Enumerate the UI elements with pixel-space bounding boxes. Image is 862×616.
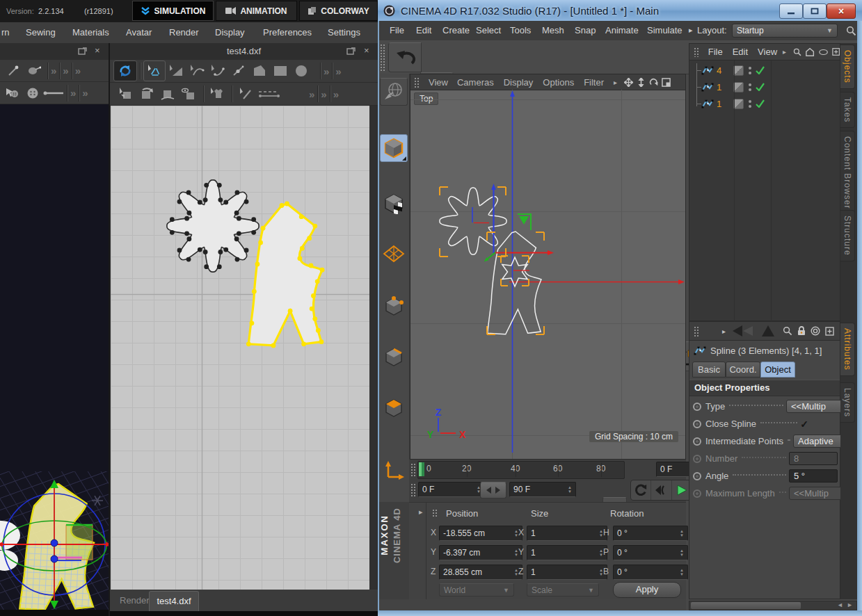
anim-dot-icon[interactable] bbox=[693, 420, 701, 428]
home-icon[interactable] bbox=[806, 47, 814, 57]
overflow-chevron-icon[interactable]: » bbox=[70, 87, 76, 99]
range-start-field[interactable]: 0 F▲▼ bbox=[418, 482, 485, 497]
size-z-field[interactable]: 1▲▼ bbox=[527, 565, 607, 580]
loop-button[interactable] bbox=[631, 480, 651, 500]
minimize-button[interactable] bbox=[779, 3, 803, 19]
viewport-menu-display[interactable]: Display bbox=[504, 77, 534, 88]
toolbar-grip[interactable] bbox=[379, 43, 385, 71]
c4d-titlebar[interactable]: CINEMA 4D R17.032 Studio (R17) - [Untitl… bbox=[378, 0, 862, 21]
viewport-menu-filter[interactable]: Filter bbox=[584, 77, 604, 88]
curve-point-tool-icon[interactable] bbox=[186, 61, 207, 81]
range-end-field[interactable]: 90 F▲▼ bbox=[509, 482, 576, 497]
overflow-chevron-icon[interactable]: » bbox=[324, 65, 329, 77]
hscroll-left-arrow-icon[interactable]: ◄ bbox=[837, 601, 843, 608]
tab-objects[interactable]: Objects bbox=[840, 44, 855, 89]
curve-edit-tool-icon[interactable] bbox=[207, 61, 228, 81]
rot-b-field[interactable]: 0 °▲▼ bbox=[613, 565, 688, 580]
object-row-spline4[interactable]: 4 bbox=[692, 62, 765, 79]
tab-object[interactable]: Object bbox=[760, 362, 795, 378]
mode-tab-animation[interactable]: ANIMATION bbox=[216, 1, 297, 21]
object-row-spline1a[interactable]: 1 bbox=[692, 79, 765, 95]
segment-sew-tool-icon[interactable] bbox=[235, 84, 256, 104]
tab-attributes[interactable]: Attributes bbox=[840, 323, 855, 376]
type-dropdown[interactable]: <<Multip bbox=[786, 400, 842, 413]
move-curve-tool-icon[interactable] bbox=[157, 84, 178, 104]
add-point-tool-icon[interactable] bbox=[228, 61, 249, 81]
eye-icon[interactable] bbox=[819, 49, 828, 56]
edit-pattern-tool-icon[interactable] bbox=[143, 60, 166, 81]
viewport-menu-more-icon[interactable]: ▸ bbox=[614, 79, 617, 86]
rectangle-tool-icon[interactable] bbox=[270, 61, 291, 81]
workplane-mode-button[interactable] bbox=[380, 241, 408, 267]
overflow-chevron-icon[interactable]: » bbox=[51, 65, 56, 76]
add-panel-icon[interactable] bbox=[832, 47, 840, 56]
close-button[interactable]: × bbox=[827, 3, 856, 19]
tab-content-browser[interactable]: Content Browser bbox=[840, 131, 855, 214]
transform-pattern-tool-icon[interactable] bbox=[115, 84, 136, 104]
sync-tool-icon[interactable] bbox=[113, 60, 137, 81]
free-sew-tool-icon[interactable] bbox=[256, 84, 284, 104]
menu-pattern[interactable]: rn bbox=[1, 27, 10, 38]
edit-curvature-tool-icon[interactable] bbox=[166, 61, 186, 81]
circle-tool-icon[interactable] bbox=[291, 61, 312, 81]
rotate-view-icon[interactable] bbox=[649, 78, 658, 87]
tab-render[interactable]: Render bbox=[120, 595, 150, 606]
close-spline-checkbox[interactable]: ✓ bbox=[800, 419, 808, 430]
points-mode-button[interactable] bbox=[380, 293, 408, 320]
viewport-scene[interactable]: ZYX bbox=[410, 90, 685, 459]
hscrollbar[interactable]: ◄ ► bbox=[689, 601, 857, 610]
menu-display[interactable]: Display bbox=[215, 27, 245, 38]
search-icon[interactable] bbox=[793, 47, 801, 57]
rot-p-field[interactable]: 0 °▲▼ bbox=[613, 545, 688, 560]
seam-line-icon[interactable] bbox=[43, 83, 64, 103]
scale-dropdown[interactable]: Scale▼ bbox=[527, 583, 599, 597]
attr-menu-more-icon[interactable]: ▸ bbox=[722, 327, 726, 335]
button-icon[interactable] bbox=[22, 83, 43, 103]
polygon-tool-icon[interactable] bbox=[249, 61, 270, 81]
tab-layers[interactable]: Layers bbox=[840, 382, 855, 423]
c4d-menu-edit[interactable]: Edit bbox=[416, 25, 431, 35]
enabled-check-icon[interactable] bbox=[756, 83, 765, 91]
objects-menu-more-icon[interactable]: ▸ bbox=[783, 48, 786, 56]
object-row-spline1b[interactable]: 1 bbox=[692, 95, 765, 112]
visibility-dots-icon[interactable] bbox=[749, 83, 751, 91]
anim-dot-icon[interactable] bbox=[693, 437, 701, 446]
overflow-chevron-icon[interactable]: » bbox=[63, 65, 68, 76]
polygons-mode-button[interactable] bbox=[380, 395, 408, 421]
button-tool-icon[interactable] bbox=[1, 83, 22, 103]
visibility-dots-icon[interactable] bbox=[749, 100, 751, 108]
maximize-button[interactable] bbox=[803, 3, 827, 19]
mode-tab-simulation[interactable]: SIMULATION bbox=[132, 1, 214, 21]
timeline-playhead[interactable] bbox=[419, 462, 424, 476]
tab-takes[interactable]: Takes bbox=[840, 92, 855, 128]
transport-grip[interactable] bbox=[410, 483, 415, 498]
c4d-menu-select[interactable]: Select bbox=[476, 25, 501, 35]
spinner-icon[interactable]: ▲▼ bbox=[680, 529, 684, 537]
spinner-icon[interactable]: ▲▼ bbox=[568, 485, 572, 494]
overflow-chevron-icon[interactable]: » bbox=[333, 88, 339, 100]
objects-menu-file[interactable]: File bbox=[708, 47, 723, 57]
apply-button[interactable]: Apply bbox=[613, 582, 681, 598]
show-pattern-tool-icon[interactable] bbox=[178, 84, 199, 104]
rot-h-field[interactable]: 0 °▲▼ bbox=[613, 526, 688, 541]
size-y-field[interactable]: 1▲▼ bbox=[527, 545, 607, 560]
garment-select-tool-icon[interactable] bbox=[207, 84, 228, 104]
toggle-view-icon[interactable] bbox=[662, 78, 671, 87]
tab-coord[interactable]: Coord. bbox=[726, 362, 760, 378]
rotate-pattern-tool-icon[interactable] bbox=[136, 84, 157, 104]
menu-materials[interactable]: Materials bbox=[72, 27, 109, 38]
close-icon[interactable]: × bbox=[364, 45, 369, 56]
menu-sewing[interactable]: Sewing bbox=[26, 27, 56, 38]
c4d-menu-create[interactable]: Create bbox=[442, 25, 470, 35]
zoom-view-icon[interactable] bbox=[637, 78, 646, 87]
history-up-icon[interactable] bbox=[762, 325, 774, 337]
roller-tool-icon[interactable] bbox=[24, 61, 45, 81]
c4d-menu-file[interactable]: File bbox=[390, 25, 404, 35]
prev-key-button[interactable] bbox=[651, 480, 671, 500]
c4d-menu-simulate[interactable]: Simulate bbox=[647, 25, 683, 35]
pos-y-field[interactable]: -6.397 cm▲▼ bbox=[439, 545, 522, 560]
anim-dot-icon[interactable] bbox=[693, 403, 701, 411]
objects-menu-edit[interactable]: Edit bbox=[733, 47, 748, 57]
menu-render[interactable]: Render bbox=[169, 27, 199, 38]
menu-preferences[interactable]: Preferences bbox=[263, 27, 312, 38]
